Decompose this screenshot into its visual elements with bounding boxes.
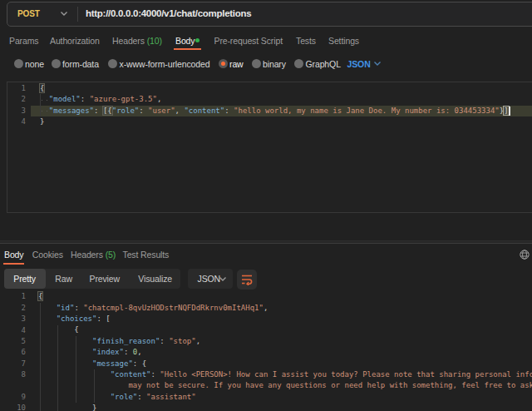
response-code: { "id": "chatcmpl-8qvUzHODstrNQFDdRkrnv0… (38, 291, 532, 411)
postman-dark-request-view: POST http://0.0.0.0:4000/v1/chat/complet… (0, 0, 532, 411)
url-text[interactable]: http://0.0.0.0:4000/v1/chat/completions (86, 8, 251, 18)
method-chevron (60, 11, 68, 17)
method-post[interactable]: POST (17, 9, 40, 18)
globe-icon (520, 250, 530, 260)
request-code: { "model": "azure-gpt-3.5", "messages": … (40, 83, 509, 128)
json-select[interactable]: JSON (347, 59, 371, 69)
